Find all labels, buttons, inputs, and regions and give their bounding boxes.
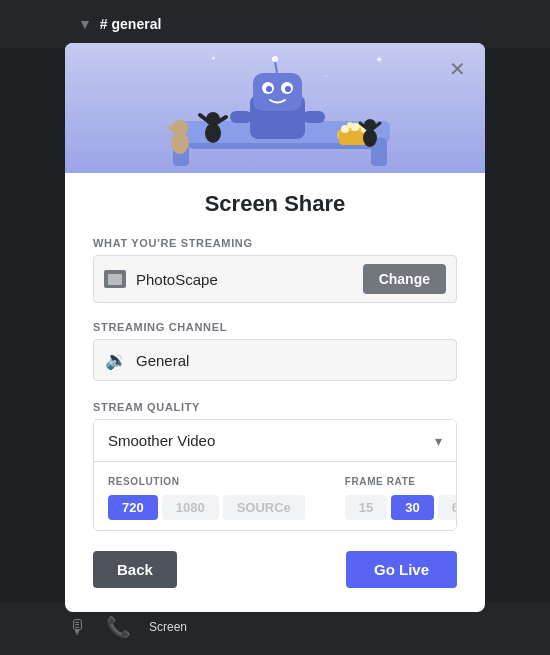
framerate-60[interactable]: 60 [438,495,457,520]
svg-point-23 [347,122,353,128]
svg-point-12 [266,86,272,92]
svg-text:•: • [325,73,327,79]
svg-rect-17 [303,111,325,123]
streaming-section-label: WHAT YOU'RE STREAMING [93,237,457,249]
channel-field: 🔉 General [93,339,457,381]
streaming-field: PhotoScape Change [93,255,457,303]
framerate-30[interactable]: 30 [391,495,433,520]
resolution-pills: 720 1080 SOURCe [108,495,305,520]
framerate-label: FRAME RATE [345,476,457,487]
speaker-icon: 🔉 [106,350,126,370]
quality-selected-text: Smoother Video [108,432,215,449]
chevron-down-icon: ▾ [435,433,442,449]
channel-section-label: STREAMING CHANNEL [93,321,457,333]
modal-footer: Back Go Live [65,551,485,588]
resolution-720[interactable]: 720 [108,495,158,520]
modal-backdrop: ✦ ✦ • [0,0,550,655]
app-icon [104,270,126,288]
screen-share-modal: ✦ ✦ • [65,43,485,612]
svg-point-15 [272,56,278,62]
back-button[interactable]: Back [93,551,177,588]
svg-rect-16 [230,111,252,123]
resolution-1080[interactable]: 1080 [162,495,219,520]
modal-title: Screen Share [93,191,457,217]
go-live-button[interactable]: Go Live [346,551,457,588]
resolution-label: RESOLUTION [108,476,305,487]
streaming-app-name: PhotoScape [136,271,363,288]
modal-illustration: ✦ ✦ • [65,43,485,173]
framerate-15[interactable]: 15 [345,495,387,520]
resolution-source[interactable]: SOURCe [223,495,305,520]
quality-row: RESOLUTION 720 1080 SOURCe FRAME RATE 15 [108,476,442,520]
change-button[interactable]: Change [363,264,446,294]
quality-box: Smoother Video ▾ RESOLUTION 720 1080 SOU… [93,419,457,531]
channel-name: General [136,352,189,369]
svg-rect-9 [253,73,302,111]
framerate-group: FRAME RATE 15 30 60 [345,476,457,520]
svg-point-13 [285,86,291,92]
close-button[interactable]: ✕ [443,55,471,83]
quality-section-label: STREAM QUALITY [93,401,457,413]
svg-text:✦: ✦ [375,54,383,65]
resolution-group: RESOLUTION 720 1080 SOURCe [108,476,305,520]
quality-details: RESOLUTION 720 1080 SOURCe FRAME RATE 15 [94,462,456,530]
quality-dropdown[interactable]: Smoother Video ▾ [94,420,456,462]
framerate-pills: 15 30 60 [345,495,457,520]
modal-body: Screen Share WHAT YOU'RE STREAMING Photo… [65,191,485,531]
svg-text:✦: ✦ [210,54,217,63]
